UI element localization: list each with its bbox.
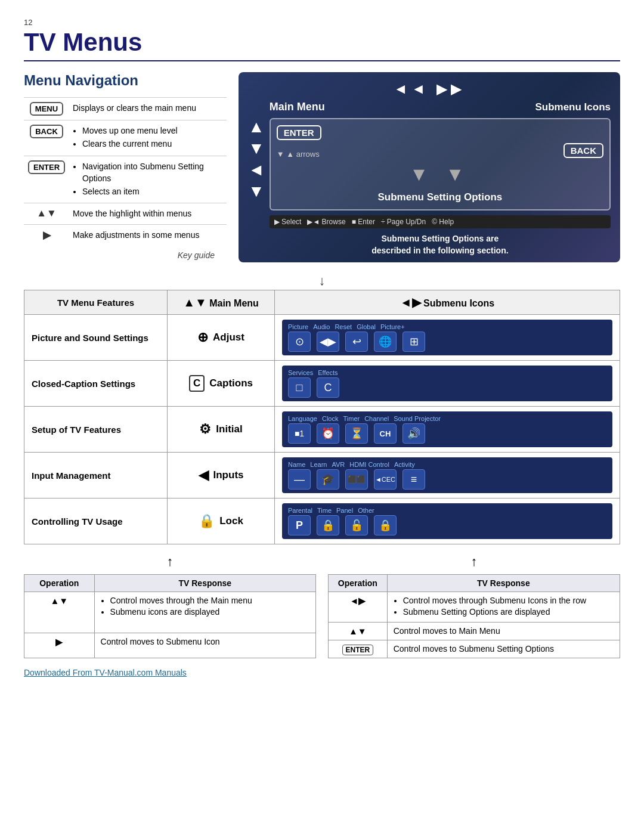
col-header-submenu-text: Submenu Icons <box>423 298 494 308</box>
op-table-left: Operation TV Response ▲▼ Control moves t… <box>24 574 316 658</box>
sub-lbl: Channel <box>364 415 389 422</box>
sub-lbl: Services <box>288 369 313 376</box>
nav-row-menu: MENU Displays or clears the main menu <box>24 97 227 120</box>
op-row: ▶ Control moves to Submenu Icon <box>24 633 316 658</box>
op-row: ▲▼ Control moves to Main Menu <box>329 623 620 640</box>
op-row: ▲▼ Control moves through the Main menu S… <box>24 592 316 633</box>
back-desc: Moves up one menu level Clears the curre… <box>73 125 178 151</box>
back-key: BACK <box>26 125 67 138</box>
sub-icon-btn[interactable]: ⬛⬛ <box>345 469 368 490</box>
sub-lbl: HDMI Control <box>349 461 389 468</box>
table-row: Setup of TV Features ⚙ Initial Language … <box>24 407 620 453</box>
right-desc: Make adjustments in some menus <box>73 229 199 241</box>
submenu-setting-label: Submenu Setting Options <box>277 191 603 203</box>
sub-icon-btn[interactable]: ◀▶ <box>317 332 339 352</box>
submenu-cell-5: Parental Time Panel Other P 🔒 🔓 🔒 <box>275 498 620 544</box>
sub-icon-btn[interactable]: 🔊 <box>402 423 425 444</box>
col-header-submenu: ◄▶ Submenu Icons <box>275 290 620 315</box>
sub-lbl: Time <box>317 507 332 514</box>
op-table-right: Operation TV Response ◄▶ Control moves t… <box>328 574 620 658</box>
submenu-cell-3: Language Clock Timer Channel Sound Proje… <box>275 407 620 453</box>
sub-lbl: Global <box>357 323 376 330</box>
menu-cell-3: ⚙ Initial <box>168 407 275 453</box>
menu-badge: MENU <box>30 102 63 116</box>
enter-badge-op: ENTER <box>342 645 374 655</box>
menu-label-2: Captions <box>209 377 253 389</box>
table-row: Picture and Sound Settings ⊕ Adjust Pict… <box>24 315 620 361</box>
enter-desc: Navigation into Submenu Setting Options … <box>73 160 224 199</box>
sub-lbl: Other <box>358 507 374 514</box>
menu-icon-5: 🔒 <box>199 513 215 529</box>
sub-lbl: AVR <box>332 461 345 468</box>
op-arrows-row: ↑ ↑ <box>24 554 620 569</box>
sub-icon-btn[interactable]: ◄CEC <box>374 469 397 490</box>
op-row: ENTER Control moves to Submenu Setting O… <box>329 640 620 658</box>
op-tables-area: Operation TV Response ▲▼ Control moves t… <box>24 574 620 658</box>
sub-icon-btn[interactable]: ■1 <box>288 423 311 444</box>
arrow-indicator-main: ↓ <box>24 273 620 289</box>
sub-lbl: Effects <box>318 369 338 376</box>
submenu-col-arrows: ◄▶ <box>400 296 421 309</box>
nav-row-enter: ENTER Navigation into Submenu Setting Op… <box>24 156 227 203</box>
submenu-cell-4: Name Learn AVR HDMI Control Activity — 🎓… <box>275 453 620 498</box>
sub-icon-btn[interactable]: P <box>288 515 311 535</box>
sub-lbl: Parental <box>288 507 312 514</box>
back-badge: BACK <box>30 125 63 138</box>
sub-lbl: Timer <box>343 415 360 422</box>
op-table-header-row: Operation TV Response <box>24 575 316 592</box>
sub-icon-btn[interactable]: 🌐 <box>374 332 397 352</box>
main-menu-label: Main Menu <box>270 101 325 113</box>
sub-lbl: Picture <box>288 323 308 330</box>
sub-icon-btn[interactable]: □ <box>288 377 311 398</box>
enter-badge: ENTER <box>28 160 65 174</box>
op-table-header-row: Operation TV Response <box>329 575 620 592</box>
footer-link[interactable]: Downloaded From TV-Manual.com Manuals <box>24 668 620 677</box>
right-key: ▶ <box>26 229 67 241</box>
op-key-updown2: ▲▼ <box>329 623 388 640</box>
nav-row-updown: ▲▼ Move the highlight within menus <box>24 203 227 224</box>
feature-label-5: Controlling TV Usage <box>24 498 168 544</box>
sub-lbl: Name <box>288 461 305 468</box>
feature-label-3: Setup of TV Features <box>24 407 168 453</box>
sub-icon-btn[interactable]: 🎓 <box>317 469 339 490</box>
sub-icon-btn[interactable]: ⏳ <box>345 423 368 444</box>
updown-arrow: ▲▼ <box>36 208 57 219</box>
section-title: Menu Navigation <box>24 72 227 89</box>
op-response: Control moves through Submenu Icons in t… <box>387 592 620 623</box>
menu-icon-3: ⚙ <box>199 422 211 437</box>
updown-desc: Move the highlight within menus <box>73 208 191 219</box>
sub-icon-btn[interactable]: ⊞ <box>402 332 425 352</box>
right-arrow: ▶ <box>43 229 51 241</box>
feature-label-4: Input Management <box>24 453 168 498</box>
back-badge-diag: BACK <box>564 143 603 158</box>
sub-icon-btn[interactable]: ≡ <box>402 469 425 490</box>
sub-icon-btn[interactable]: ⊙ <box>288 332 311 352</box>
op-col-header: Operation <box>329 575 388 592</box>
sub-lbl: Clock <box>322 415 339 422</box>
op-col-header: Operation <box>24 575 95 592</box>
sub-lbl: Reset <box>335 323 352 330</box>
feature-label-1: Picture and Sound Settings <box>24 315 168 361</box>
col-header-menu: ▲▼ Main Menu <box>168 290 275 315</box>
sub-icon-btn[interactable]: 🔒 <box>374 515 397 535</box>
sub-lbl: Audio <box>313 323 330 330</box>
table-row: Closed-Caption Settings C Captions Servi… <box>24 361 620 407</box>
sub-lbl: Language <box>288 415 317 422</box>
sub-lbl: Learn <box>310 461 327 468</box>
response-col-header: TV Response <box>94 575 315 592</box>
sub-icon-btn[interactable]: ⏰ <box>317 423 339 444</box>
op-response: Control moves to Main Menu <box>387 623 620 640</box>
sub-icon-btn[interactable]: — <box>288 469 311 490</box>
sub-icon-btn[interactable]: C <box>317 377 339 398</box>
down-arrow-diag2: ▼ <box>248 183 265 200</box>
sub-icon-btn[interactable]: 🔓 <box>345 515 368 535</box>
nav-row-right: ▶ Make adjustments in some menus <box>24 224 227 246</box>
title-divider <box>24 60 620 61</box>
diagram-bottom-bar: ▶ Select ▶◄ Browse ■ Enter ÷ Page Up/Dn … <box>270 215 611 228</box>
menu-icon-2: C <box>189 375 205 392</box>
sub-icon-btn[interactable]: ↩ <box>345 332 368 352</box>
down-arrow-diag: ▼ <box>248 140 265 157</box>
features-header-row: TV Menu Features ▲▼ Main Menu ◄▶ Submenu… <box>24 290 620 315</box>
sub-icon-btn[interactable]: 🔒 <box>317 515 339 535</box>
sub-icon-btn[interactable]: CH <box>374 423 397 444</box>
